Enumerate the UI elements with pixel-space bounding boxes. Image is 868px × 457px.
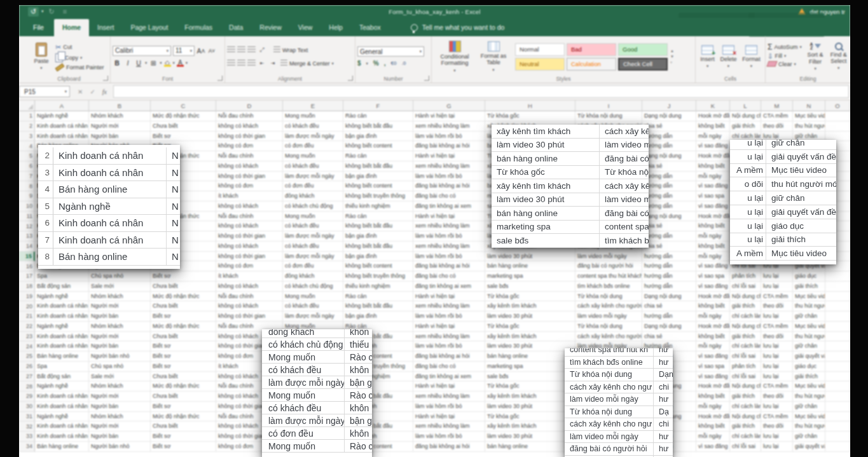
select-all-corner[interactable] — [19, 100, 35, 111]
row-header-13[interactable]: 13 — [19, 231, 35, 242]
tab-file[interactable]: File — [23, 19, 54, 36]
cell[interactable]: Từ khóa gốc — [485, 412, 575, 422]
cell[interactable]: Người mới — [89, 301, 151, 311]
cell[interactable]: thu hút người mới — [793, 301, 825, 311]
cell[interactable]: lưu lại — [761, 372, 793, 382]
cell[interactable]: làm video 30 phút — [485, 252, 575, 262]
cell[interactable]: thu hút người mới — [793, 421, 825, 432]
cell[interactable]: chia sẻ — [642, 301, 696, 311]
cell[interactable]: có đơn đều — [283, 261, 343, 271]
cell[interactable]: lưu lại — [761, 341, 793, 351]
sort-filter-button[interactable]: AZ Sort & Filter▾ — [806, 43, 825, 71]
cell[interactable]: không biết — [696, 242, 730, 252]
cell[interactable]: Ngành nghề — [35, 322, 89, 332]
cell[interactable] — [825, 412, 850, 422]
cell[interactable]: bán hàng online — [485, 261, 575, 271]
cell[interactable]: vì sao spa — [696, 191, 730, 201]
tab-home[interactable]: Home — [54, 19, 89, 36]
cell[interactable]: Mục tiêu video — [793, 111, 825, 121]
cell[interactable]: đăng tin không ai xem — [413, 201, 485, 212]
cell[interactable]: CTA mềm — [761, 292, 793, 302]
cell[interactable]: Hành vi hiện tại — [413, 412, 485, 422]
cell[interactable]: giải thích — [730, 421, 761, 432]
cell[interactable]: làm được mỗi ngày — [283, 311, 343, 322]
cell[interactable]: vì sao spa — [696, 271, 730, 282]
cell[interactable]: không có thời gian — [216, 172, 283, 182]
cell[interactable]: tìm khách bđs online — [575, 282, 642, 292]
font-name-combo[interactable]: Calibri▾ — [113, 46, 171, 56]
style-chip-calc[interactable]: Calculation — [567, 58, 616, 71]
cell[interactable]: thu hút người mới — [793, 121, 825, 132]
cell[interactable]: không có khách — [216, 201, 283, 212]
style-chip-check[interactable]: Check Cell — [618, 58, 668, 71]
cell[interactable]: Kinh doanh cá nhân — [35, 311, 89, 322]
cell[interactable] — [825, 311, 850, 322]
row-header-4[interactable]: 4 — [19, 141, 35, 151]
cell[interactable]: giáo dục — [793, 271, 825, 282]
cell[interactable]: mỗi ngày — [696, 132, 730, 142]
cell[interactable]: làm vài hôm rồi bỏ — [413, 172, 485, 182]
cell[interactable]: Hook mở đầu — [696, 111, 730, 121]
cell[interactable]: Hook mở đầu — [696, 322, 730, 332]
row-header-34[interactable]: 34 — [19, 442, 35, 452]
cell[interactable]: không có khách — [216, 301, 283, 311]
cell[interactable]: giải thích — [730, 332, 761, 342]
tab-review[interactable]: Review — [251, 19, 289, 36]
cell[interactable]: không có thời gian — [216, 311, 283, 322]
cell[interactable]: không có đơn — [216, 261, 283, 271]
cell[interactable]: chỉ cách làm — [730, 432, 761, 442]
italic-button[interactable]: I — [123, 58, 132, 68]
clipboard-dialog-launcher-icon[interactable] — [103, 76, 108, 81]
cell[interactable]: Từ khóa gốc — [485, 111, 575, 121]
cell[interactable]: ít khách — [216, 271, 283, 282]
cell[interactable]: chỉ cách làm — [730, 311, 761, 322]
cell[interactable]: không biết content — [343, 181, 413, 191]
row-header-19[interactable]: 19 — [19, 292, 35, 302]
cell[interactable]: vì sao đăng — [696, 282, 730, 292]
delete-cells-button[interactable]: × Delete▾ — [720, 45, 736, 69]
cell[interactable]: Nỗi đau chính — [216, 212, 283, 222]
cell[interactable]: mỗi ngày — [696, 172, 730, 182]
find-select-button[interactable]: Find & Select▾ — [829, 43, 848, 71]
row-header-5[interactable]: 5 — [19, 151, 35, 161]
cell[interactable]: Mục tiêu video — [793, 322, 825, 332]
cell[interactable]: Chủ spa nhỏ — [89, 362, 151, 372]
cell[interactable]: đăng bài có người hỏi — [575, 261, 642, 271]
row-header-7[interactable]: 7 — [19, 172, 35, 182]
cell[interactable]: Người bán — [89, 311, 151, 322]
cell[interactable]: Nỗi đau chính — [216, 151, 283, 161]
cell[interactable]: giáo dục — [793, 362, 825, 372]
column-header-E[interactable]: E — [283, 100, 343, 111]
align-left-icon[interactable] — [227, 60, 235, 67]
cell[interactable]: Nhóm khách — [89, 292, 151, 302]
row-header-24[interactable]: 24 — [19, 341, 35, 351]
style-chip-bad[interactable]: Bad — [567, 43, 616, 56]
cell[interactable]: Ngành nghề — [35, 381, 89, 392]
enter-icon[interactable]: ✓ — [90, 88, 95, 95]
cell[interactable] — [825, 421, 850, 432]
cell[interactable]: không biết — [696, 161, 730, 172]
cell[interactable]: vì sao đăng — [696, 181, 730, 191]
cell[interactable]: Hook mở đầu — [696, 292, 730, 302]
cell[interactable]: xem nhiều không làm — [413, 121, 485, 132]
wrap-text-button[interactable]: Wrap Text — [273, 46, 308, 53]
cell[interactable]: chia sẻ — [642, 161, 696, 172]
cell[interactable]: Nội dung chính — [730, 111, 761, 121]
cell[interactable]: CTA mềm — [761, 381, 793, 392]
cell[interactable]: Kinh doanh cá nhân — [35, 421, 89, 432]
cell[interactable]: lưu lại — [761, 271, 793, 282]
cell[interactable]: hướng dẫn — [642, 231, 696, 242]
format-painter-button[interactable]: Format Painter — [55, 64, 104, 71]
cell[interactable]: đăng bài không ai hỏi — [413, 141, 485, 151]
cell[interactable]: lưu lại — [761, 362, 793, 372]
tab-teabox[interactable]: Teabox — [351, 19, 389, 36]
row-header-32[interactable]: 32 — [19, 421, 35, 432]
cell[interactable]: Bán hàng online — [35, 351, 89, 362]
cell[interactable]: ít khách — [216, 191, 283, 201]
column-header-I[interactable]: I — [575, 100, 642, 111]
decrease-decimal-icon[interactable]: .0 — [401, 60, 406, 66]
column-header-C[interactable]: C — [151, 100, 216, 111]
cell[interactable]: không biết bắt đầu — [343, 242, 413, 252]
cell[interactable]: chia sẻ — [642, 121, 696, 132]
cell[interactable]: Hành vi hiện tại — [413, 381, 485, 392]
